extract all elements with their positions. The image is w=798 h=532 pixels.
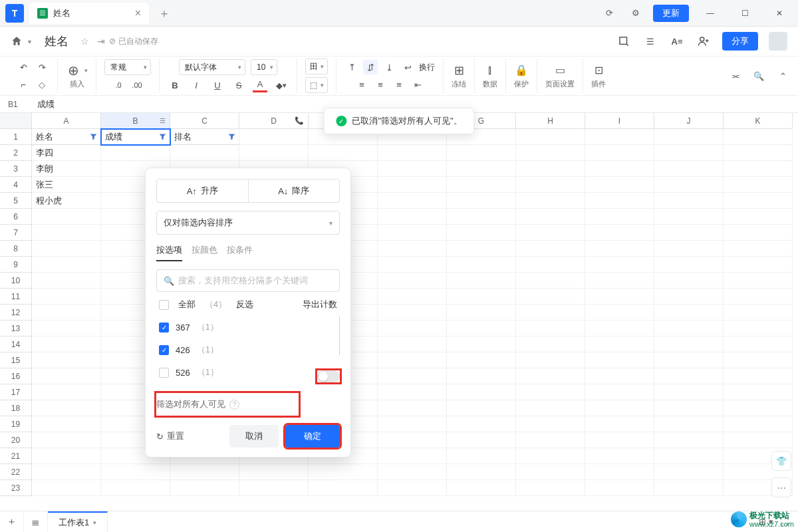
italic-button[interactable]: I [189,78,203,92]
cell[interactable] [447,225,516,241]
cell[interactable] [32,464,101,480]
align-top[interactable]: ⤒ [344,60,359,74]
cell[interactable] [378,464,447,480]
theme-icon[interactable]: 👕 [771,451,791,471]
redo-button[interactable]: ↷ [35,60,49,74]
cell[interactable] [101,480,170,496]
cell[interactable]: 排名 [170,129,239,145]
home-icon[interactable] [8,33,25,50]
invert-selection[interactable]: 反选 [236,299,253,311]
row-header[interactable]: 14 [0,336,32,352]
align-right[interactable]: ≡ [392,77,406,92]
list-icon[interactable]: ☰ [642,33,658,49]
cell[interactable] [654,321,724,336]
cell[interactable] [654,145,724,161]
cell[interactable] [724,305,793,321]
cell[interactable] [585,432,654,448]
cell[interactable] [585,448,654,464]
cell[interactable] [516,448,585,464]
protect-button[interactable]: 🔒 [514,63,529,78]
cell[interactable] [585,177,654,193]
row-header[interactable]: 2 [0,145,32,161]
bold-button[interactable]: B [168,78,182,92]
col-header-H[interactable]: H [516,113,585,129]
cell[interactable] [239,480,309,496]
cell[interactable] [516,480,585,496]
cell[interactable] [654,177,724,193]
cell[interactable] [447,368,516,384]
decrease-decimal[interactable]: .0 [111,78,126,92]
cell[interactable] [378,480,447,496]
cell[interactable] [447,161,516,177]
cell[interactable] [654,368,724,384]
cell[interactable] [447,336,516,352]
cell[interactable] [654,257,724,273]
cell[interactable] [724,193,793,209]
cell[interactable] [447,193,516,209]
filter-icon[interactable] [88,132,98,142]
filter-search-input[interactable]: 🔍 搜索，支持用空格分隔多个关键词 [156,269,340,292]
cell[interactable] [724,400,793,416]
fill-color-button[interactable]: ◆▾ [274,78,289,92]
cancel-button[interactable]: 取消 [229,425,279,448]
align-center[interactable]: ≡ [373,77,388,92]
cell[interactable] [516,416,585,432]
cell[interactable] [447,289,516,305]
cell[interactable] [447,352,516,368]
add-sheet-button[interactable]: ＋ [0,511,24,533]
cell[interactable] [585,368,654,384]
row-header[interactable]: 13 [0,321,32,336]
cell[interactable] [378,432,447,448]
cell[interactable] [101,464,170,480]
cell[interactable] [32,368,101,384]
cell[interactable] [378,145,447,161]
cell[interactable] [32,225,101,241]
cell[interactable] [378,257,447,273]
cell[interactable] [447,305,516,321]
cell[interactable] [654,193,724,209]
filter-item-checkbox[interactable]: ✓ [159,323,169,332]
cell[interactable] [447,273,516,289]
cell[interactable] [447,448,516,464]
cell[interactable] [309,464,378,480]
cell[interactable] [654,432,724,448]
cell[interactable] [516,177,585,193]
cell[interactable] [447,257,516,273]
cell[interactable] [32,336,101,352]
filter-icon[interactable] [158,132,167,142]
formula-value[interactable]: 成绩 [32,98,55,110]
cell[interactable] [516,193,585,209]
cell[interactable] [724,161,793,177]
cell[interactable] [516,305,585,321]
document-title[interactable]: 姓名 [45,33,68,49]
font-select[interactable]: 默认字体 [179,59,245,75]
cell[interactable] [32,321,101,336]
cell[interactable] [724,145,793,161]
reset-button[interactable]: ↻重置 [156,430,184,442]
cell[interactable] [516,336,585,352]
cell[interactable] [309,145,378,161]
cell[interactable] [378,352,447,368]
cell[interactable] [447,432,516,448]
cell[interactable] [516,273,585,289]
cell[interactable] [32,289,101,305]
document-tab[interactable]: 姓名 × [29,3,149,24]
indent-button[interactable]: ⇤ [410,77,425,92]
cell[interactable] [516,289,585,305]
scrollbar-thumb[interactable] [339,316,340,356]
cell[interactable] [585,384,654,400]
col-header-B[interactable]: B☰ [101,113,170,129]
update-button[interactable]: 更新 [653,5,689,22]
cell[interactable] [447,464,516,480]
cell[interactable] [585,257,654,273]
row-header[interactable]: 1 [0,129,32,145]
filter-tab-condition[interactable]: 按条件 [227,244,253,261]
cell[interactable] [170,480,239,496]
search-icon[interactable]: 🔍 [751,68,766,83]
col-header-A[interactable]: A [32,113,101,129]
cell[interactable] [32,273,101,289]
settings-icon[interactable]: ⚙ [626,4,645,23]
cell[interactable] [378,384,447,400]
font-size-select[interactable]: 10 [251,59,277,75]
cell[interactable] [32,416,101,432]
